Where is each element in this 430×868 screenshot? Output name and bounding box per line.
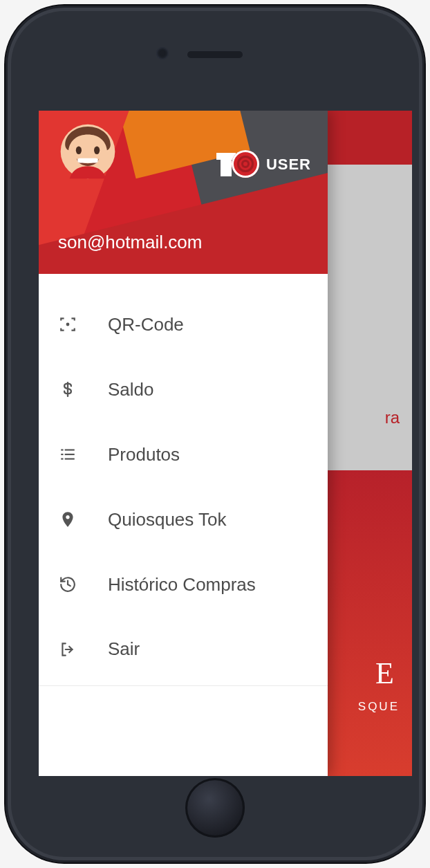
- phone-frame: ra E SQUE: [6, 6, 424, 862]
- app-logo: USER: [221, 149, 311, 181]
- phone-speaker: [187, 51, 243, 58]
- qr-icon: [58, 315, 77, 334]
- svg-rect-7: [61, 454, 63, 455]
- app-screen: ra E SQUE: [39, 111, 412, 776]
- menu-label: QR-Code: [108, 314, 184, 335]
- menu-item-quiosques[interactable]: Quiosques Tok: [39, 487, 328, 552]
- menu-item-qr[interactable]: QR-Code: [39, 292, 328, 357]
- dollar-icon: [58, 380, 77, 399]
- svg-rect-10: [65, 458, 75, 459]
- phone-camera: [156, 47, 169, 59]
- avatar[interactable]: [59, 123, 116, 180]
- drawer-header: USER son@hotmail.com: [39, 111, 328, 274]
- menu-item-saldo[interactable]: Saldo: [39, 357, 328, 422]
- svg-rect-9: [61, 458, 63, 459]
- menu-label: Produtos: [108, 444, 180, 465]
- navigation-drawer: USER son@hotmail.com QR-Code: [39, 111, 328, 776]
- history-icon: [58, 575, 77, 594]
- menu-label: Saldo: [108, 379, 154, 400]
- svg-point-1: [76, 147, 82, 154]
- phone-inner: ra E SQUE: [11, 11, 419, 857]
- location-icon: [58, 510, 77, 529]
- logo-mark-icon: [221, 149, 262, 181]
- user-email: son@hotmail.com: [58, 232, 202, 253]
- svg-rect-8: [65, 454, 75, 455]
- background-footer-text: SQUE: [358, 700, 400, 714]
- menu-label: Sair: [108, 638, 140, 660]
- list-icon: [58, 445, 77, 464]
- drawer-menu: QR-Code Saldo: [39, 274, 328, 776]
- menu-item-sair[interactable]: Sair: [39, 617, 328, 686]
- logo-suffix: USER: [266, 156, 311, 174]
- menu-label: Histórico Compras: [108, 574, 256, 595]
- menu-item-produtos[interactable]: Produtos: [39, 422, 328, 487]
- phone-home-button[interactable]: [185, 778, 245, 838]
- svg-point-4: [66, 323, 70, 326]
- svg-point-2: [94, 147, 100, 154]
- menu-label: Quiosques Tok: [108, 509, 227, 530]
- svg-rect-6: [65, 449, 75, 450]
- svg-rect-3: [77, 158, 98, 163]
- svg-rect-5: [61, 449, 63, 450]
- menu-item-historico[interactable]: Histórico Compras: [39, 552, 328, 617]
- background-large-letter: E: [375, 656, 398, 691]
- logout-icon: [58, 640, 77, 659]
